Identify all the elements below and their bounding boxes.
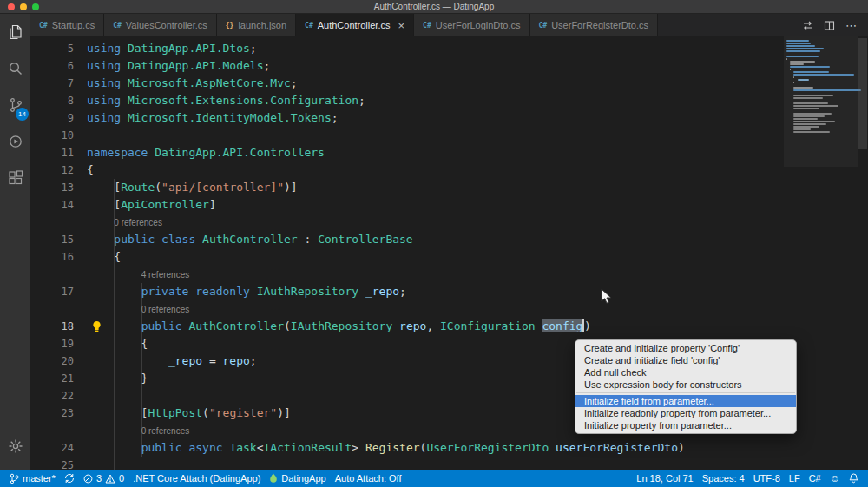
open-changes-icon[interactable] xyxy=(802,20,813,31)
indentation-item[interactable]: Spaces: 4 xyxy=(698,470,749,487)
line-content[interactable]: [Route("api/[controller]")] xyxy=(74,179,784,196)
minimap-line xyxy=(786,40,809,42)
source-control-icon[interactable]: 14 xyxy=(0,87,30,123)
line-content[interactable]: 0 references xyxy=(74,300,784,318)
code-row: 14 [ApiController] xyxy=(30,196,784,214)
tab-userforregisterdto[interactable]: C# UserForRegisterDto.cs xyxy=(530,14,659,36)
language-mode-item[interactable]: C# xyxy=(805,470,825,487)
line-number[interactable]: 18 xyxy=(30,318,74,335)
tab-valuescontroller[interactable]: C# ValuesController.cs xyxy=(104,14,217,36)
line-number[interactable]: 11 xyxy=(30,144,74,161)
codelens-references[interactable]: 4 references xyxy=(141,270,190,280)
search-icon[interactable] xyxy=(0,50,30,87)
minimap-line xyxy=(790,61,814,63)
line-number[interactable]: 13 xyxy=(30,179,74,196)
maximize-window-icon[interactable] xyxy=(32,3,39,10)
menu-item-initialize-property[interactable]: Initialize property from parameter... xyxy=(575,419,796,431)
more-actions-icon[interactable]: ⋯ xyxy=(845,19,858,32)
line-content[interactable]: { xyxy=(74,161,784,179)
line-number[interactable]: 21 xyxy=(30,370,74,387)
line-number[interactable]: 23 xyxy=(30,405,74,422)
line-content[interactable] xyxy=(74,457,784,470)
menu-item-initialize-readonly-property[interactable]: Initialize readonly property from parame… xyxy=(575,407,796,419)
menu-item-create-property[interactable]: Create and initialize property 'Config' xyxy=(575,342,796,354)
menu-item-expression-body[interactable]: Use expression body for constructors xyxy=(575,378,796,391)
menu-item-create-field[interactable]: Create and initialize field 'config' xyxy=(575,354,796,366)
line-content[interactable] xyxy=(74,127,784,144)
git-branch-item[interactable]: master* xyxy=(5,470,60,487)
line-content[interactable]: public class AuthController : Controller… xyxy=(74,231,784,248)
line-number[interactable]: 19 xyxy=(30,335,74,352)
codelens-references[interactable]: 0 references xyxy=(141,426,190,436)
line-number[interactable] xyxy=(30,300,74,318)
line-number[interactable]: 17 xyxy=(30,283,74,300)
menu-item-initialize-field[interactable]: Initialize field from parameter... xyxy=(575,395,796,407)
debug-config-item[interactable]: .NET Core Attach (DatingApp) xyxy=(128,470,265,487)
cursor-position-item[interactable]: Ln 18, Col 71 xyxy=(632,470,697,487)
line-number[interactable]: 8 xyxy=(30,92,74,109)
sync-item[interactable] xyxy=(60,470,79,487)
debug-icon[interactable] xyxy=(0,123,30,160)
feedback-smiley-icon[interactable]: ☺ xyxy=(825,470,845,487)
code-token: private readonly xyxy=(141,285,257,298)
vertical-scrollbar[interactable] xyxy=(858,36,868,470)
line-number[interactable]: 12 xyxy=(30,161,74,179)
line-number[interactable] xyxy=(30,422,74,439)
line-content[interactable]: 4 references xyxy=(74,266,784,283)
code-token: = xyxy=(202,354,222,367)
auto-attach-item[interactable]: Auto Attach: Off xyxy=(331,470,406,487)
omnisharp-project-item[interactable]: DatingApp xyxy=(265,470,330,487)
codelens-references[interactable]: 0 references xyxy=(114,218,162,227)
line-number[interactable]: 22 xyxy=(30,387,74,405)
menu-item-add-null-check[interactable]: Add null check xyxy=(575,366,796,378)
tab-startup[interactable]: C# Startup.cs xyxy=(30,14,104,36)
settings-gear-icon[interactable] xyxy=(0,428,30,464)
line-content[interactable]: { xyxy=(74,248,784,266)
line-number[interactable]: 24 xyxy=(30,439,74,457)
line-content[interactable]: public async Task<IActionResult> Registe… xyxy=(74,439,784,457)
csharp-file-icon: C# xyxy=(39,22,48,30)
notifications-bell-icon[interactable] xyxy=(845,470,863,487)
explorer-icon[interactable] xyxy=(0,14,30,50)
line-number[interactable]: 14 xyxy=(30,196,74,214)
scm-badge: 14 xyxy=(16,108,29,121)
extensions-icon[interactable] xyxy=(0,160,30,196)
line-content[interactable]: namespace DatingApp.API.Controllers xyxy=(74,144,784,161)
code-token: public async xyxy=(141,441,230,454)
line-content[interactable]: using DatingApp.API.Models; xyxy=(74,57,784,75)
line-content[interactable]: [ApiController] xyxy=(74,196,784,214)
line-number[interactable] xyxy=(30,214,74,231)
encoding-item[interactable]: UTF-8 xyxy=(749,470,785,487)
line-number[interactable] xyxy=(30,266,74,283)
eol-item[interactable]: LF xyxy=(785,470,805,487)
minimize-window-icon[interactable] xyxy=(20,3,27,10)
split-editor-icon[interactable] xyxy=(824,20,835,31)
close-window-icon[interactable] xyxy=(8,3,15,10)
line-number[interactable]: 15 xyxy=(30,231,74,248)
problems-item[interactable]: 3 0 xyxy=(79,470,128,487)
line-number[interactable]: 5 xyxy=(30,40,74,57)
line-content[interactable]: using Microsoft.AspNetCore.Mvc; xyxy=(74,75,784,92)
tab-launch-json[interactable]: {} launch.json xyxy=(217,14,296,36)
line-number[interactable]: 16 xyxy=(30,248,74,266)
line-content[interactable]: public AuthController(IAuthRepository re… xyxy=(74,318,784,335)
line-number[interactable]: 9 xyxy=(30,109,74,127)
line-number[interactable]: 20 xyxy=(30,352,74,370)
line-content[interactable]: using Microsoft.Extensions.Configuration… xyxy=(74,92,784,109)
close-icon[interactable]: × xyxy=(398,20,404,31)
line-number[interactable]: 25 xyxy=(30,457,74,470)
tab-authcontroller[interactable]: C# AuthController.cs × xyxy=(296,14,414,36)
tab-userforlogindto[interactable]: C# UserForLoginDto.cs xyxy=(414,14,529,36)
line-content[interactable]: using Microsoft.IdentityModel.Tokens; xyxy=(74,109,784,127)
line-number[interactable]: 7 xyxy=(30,75,74,92)
line-content[interactable]: private readonly IAuthRepository _repo; xyxy=(74,283,784,300)
codelens-references[interactable]: 0 references xyxy=(141,305,190,314)
line-content[interactable]: 0 references xyxy=(74,214,784,231)
line-content[interactable]: using DatingApp.API.Dtos; xyxy=(74,40,784,57)
window-title: AuthController.cs — DatingApp xyxy=(0,2,868,11)
line-number[interactable]: 6 xyxy=(30,57,74,75)
lightbulb-icon[interactable] xyxy=(91,320,102,332)
scrollbar-thumb[interactable] xyxy=(858,38,867,149)
csharp-file-icon: C# xyxy=(113,22,122,30)
line-number[interactable]: 10 xyxy=(30,127,74,144)
